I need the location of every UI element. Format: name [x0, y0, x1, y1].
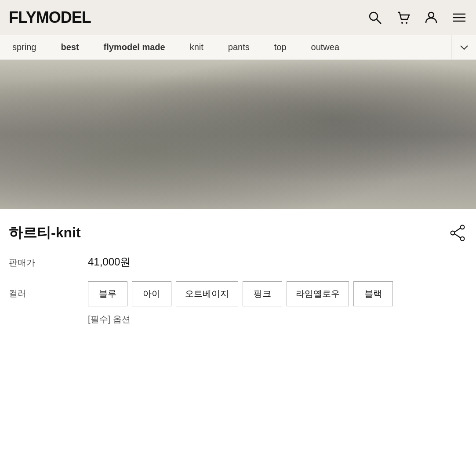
nav-item-flymodel-made[interactable]: flymodel made — [91, 35, 178, 60]
product-hero-image — [0, 60, 476, 209]
color-btn-black[interactable]: 블랙 — [353, 281, 393, 306]
nav-bar: spring best flymodel made knit pants top… — [0, 35, 476, 60]
cart-icon[interactable] — [395, 10, 411, 25]
nav-expand-button[interactable] — [451, 35, 476, 60]
color-options: 블루 아이 오트베이지 핑크 라임옐로우 블랙 — [88, 281, 393, 306]
svg-point-9 — [451, 231, 455, 235]
product-title: 하르티-knit — [9, 223, 81, 243]
search-icon[interactable] — [367, 10, 383, 25]
color-btn-blue[interactable]: 블루 — [88, 281, 127, 306]
nav-item-best[interactable]: best — [48, 35, 91, 60]
nav-item-spring[interactable]: spring — [0, 35, 48, 60]
share-icon[interactable] — [448, 223, 467, 243]
nav-item-pants[interactable]: pants — [216, 35, 262, 60]
svg-line-12 — [454, 234, 460, 238]
header-icons — [367, 10, 467, 25]
color-label: 컬러 — [9, 281, 88, 299]
nav-item-outwear[interactable]: outwea — [299, 35, 352, 60]
svg-point-4 — [429, 12, 434, 18]
nav-item-top[interactable]: top — [262, 35, 299, 60]
header: FLYMODEL — [0, 0, 476, 35]
menu-icon[interactable] — [451, 10, 467, 25]
user-icon[interactable] — [423, 10, 439, 25]
product-title-row: 하르티-knit — [9, 223, 467, 243]
price-label: 판매가 — [9, 257, 88, 269]
color-btn-oatbeige[interactable]: 오트베이지 — [176, 281, 238, 306]
required-option: [필수] 옵션 — [9, 313, 467, 325]
svg-line-1 — [377, 19, 381, 24]
price-value: 41,000원 — [88, 255, 131, 269]
svg-point-10 — [461, 237, 465, 241]
svg-point-0 — [370, 12, 378, 20]
svg-point-3 — [406, 22, 407, 24]
color-btn-ivory[interactable]: 아이 — [132, 281, 171, 306]
price-row: 판매가 41,000원 — [9, 255, 467, 269]
color-btn-limeyellow[interactable]: 라임옐로우 — [287, 281, 349, 306]
color-row: 컬러 블루 아이 오트베이지 핑크 라임옐로우 블랙 — [9, 281, 467, 306]
svg-point-8 — [461, 225, 465, 229]
svg-line-11 — [454, 228, 460, 232]
color-btn-pink[interactable]: 핑크 — [243, 281, 282, 306]
logo: FLYMODEL — [9, 8, 91, 27]
nav-item-knit[interactable]: knit — [178, 35, 216, 60]
svg-point-2 — [401, 22, 403, 24]
product-section: 하르티-knit 판매가 41,000원 컬러 블루 아이 오트베이지 — [0, 209, 476, 334]
